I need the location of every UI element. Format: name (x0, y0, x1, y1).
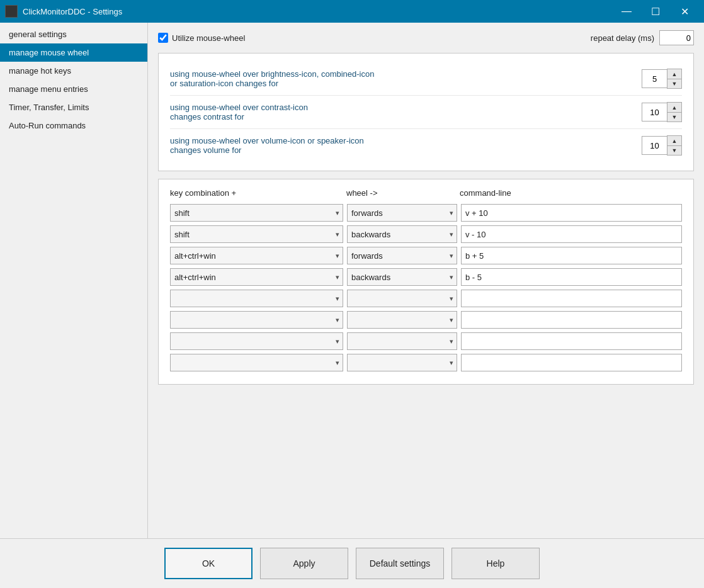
repeat-delay-group: repeat delay (ms) (591, 30, 694, 45)
key-combo-select-6[interactable]: shiftalt+ctrl+winctrlaltwin (170, 332, 343, 350)
combo-row-3: shiftalt+ctrl+winctrlaltwinforwardsbackw… (170, 268, 682, 286)
cmd-input-7[interactable] (461, 354, 682, 371)
title-bar: ClickMonitorDDC - Settings — ☐ ✕ (0, 0, 704, 23)
spinbox-volume-setting: ▲▼ (642, 135, 682, 155)
app-icon (5, 5, 18, 18)
cmd-input-2[interactable] (461, 247, 682, 264)
cmd-input-6[interactable] (461, 332, 682, 350)
spinbox-input-brightness-setting[interactable] (642, 69, 667, 88)
wheel-select-5[interactable]: forwardsbackwards (347, 311, 457, 329)
wheel-select-0[interactable]: forwardsbackwards (347, 204, 457, 222)
combo-row-0: shiftalt+ctrl+winctrlaltwinforwardsbackw… (170, 204, 682, 222)
combo-header-col3: command-line (460, 188, 682, 198)
combo-row-4: shiftalt+ctrl+winctrlaltwinforwardsbackw… (170, 290, 682, 307)
combo-row-7: shiftalt+ctrl+winctrlaltwinforwardsbackw… (170, 354, 682, 371)
spinbox-down-brightness-setting[interactable]: ▼ (667, 79, 681, 88)
wheel-select-7[interactable]: forwardsbackwards (347, 354, 457, 371)
key-combo-select-2[interactable]: shiftalt+ctrl+winctrlaltwin (170, 247, 343, 264)
cmd-input-4[interactable] (461, 290, 682, 307)
sidebar-item-general-settings[interactable]: general settings (0, 25, 147, 43)
spinbox-up-brightness-setting[interactable]: ▲ (667, 69, 681, 79)
spinbox-up-volume-setting[interactable]: ▲ (667, 136, 681, 145)
key-combo-select-4[interactable]: shiftalt+ctrl+winctrlaltwin (170, 290, 343, 307)
spinbox-down-contrast-setting[interactable]: ▼ (667, 112, 681, 122)
utilize-mousewheel-checkbox[interactable] (158, 33, 168, 43)
sidebar-item-timer-transfer-limits[interactable]: Timer, Transfer, Limits (0, 98, 147, 116)
setting-row-brightness-setting: using mouse-wheel over brightness-icon, … (170, 62, 682, 95)
setting-row-volume-setting: using mouse-wheel over volume-icon or sp… (170, 128, 682, 162)
repeat-delay-input[interactable] (659, 30, 694, 45)
spinbox-up-contrast-setting[interactable]: ▲ (667, 103, 681, 112)
combo-header-col1: key combination + (170, 188, 346, 198)
content-area: general settingsmanage mouse wheelmanage… (0, 23, 704, 538)
default-settings-button[interactable]: Default settings (356, 548, 444, 579)
title-bar-text: ClickMonitorDDC - Settings (23, 7, 612, 16)
apply-button[interactable]: Apply (260, 548, 348, 579)
right-panel: Utilize mouse-wheel repeat delay (ms) us… (148, 23, 704, 538)
close-button[interactable]: ✕ (670, 0, 699, 23)
sidebar-item-auto-run-commands[interactable]: Auto-Run commands (0, 116, 147, 135)
wheel-select-2[interactable]: forwardsbackwards (347, 247, 457, 264)
key-combo-select-1[interactable]: shiftalt+ctrl+winctrlaltwin (170, 225, 343, 243)
help-button[interactable]: Help (451, 548, 540, 579)
utilize-mousewheel-label[interactable]: Utilize mouse-wheel (158, 33, 245, 43)
wheel-select-4[interactable]: forwardsbackwards (347, 290, 457, 307)
repeat-delay-label: repeat delay (ms) (591, 33, 654, 43)
cmd-input-0[interactable] (461, 204, 682, 222)
top-bar: Utilize mouse-wheel repeat delay (ms) (158, 30, 694, 45)
sidebar-item-manage-menu-entries[interactable]: manage menu entries (0, 80, 147, 98)
key-combo-select-7[interactable]: shiftalt+ctrl+winctrlaltwin (170, 354, 343, 371)
maximize-button[interactable]: ☐ (641, 0, 670, 23)
setting-row-contrast-setting: using mouse-wheel over contrast-icon cha… (170, 95, 682, 128)
cmd-input-5[interactable] (461, 311, 682, 329)
setting-label-volume-setting: using mouse-wheel over volume-icon or sp… (170, 136, 642, 155)
spinbox-input-volume-setting[interactable] (642, 136, 667, 155)
sidebar: general settingsmanage mouse wheelmanage… (0, 23, 148, 538)
ok-button[interactable]: OK (164, 548, 253, 579)
spinbox-down-volume-setting[interactable]: ▼ (667, 145, 681, 155)
sidebar-item-manage-hot-keys[interactable]: manage hot keys (0, 62, 147, 80)
setting-label-brightness-setting: using mouse-wheel over brightness-icon, … (170, 69, 642, 88)
footer: OK Apply Default settings Help (0, 538, 704, 588)
sidebar-item-manage-mouse-wheel[interactable]: manage mouse wheel (0, 43, 147, 62)
combo-header-col2: wheel -> (346, 188, 460, 198)
minimize-button[interactable]: — (612, 0, 641, 23)
cmd-input-1[interactable] (461, 225, 682, 243)
key-combo-select-3[interactable]: shiftalt+ctrl+winctrlaltwin (170, 268, 343, 286)
spinbox-contrast-setting: ▲▼ (642, 102, 682, 122)
combo-row-1: shiftalt+ctrl+winctrlaltwinforwardsbackw… (170, 225, 682, 243)
combo-header: key combination + wheel -> command-line (170, 188, 682, 198)
wheel-select-6[interactable]: forwardsbackwards (347, 332, 457, 350)
main-layout: general settingsmanage mouse wheelmanage… (0, 23, 704, 588)
utilize-mousewheel-text: Utilize mouse-wheel (172, 33, 245, 43)
cmd-input-3[interactable] (461, 268, 682, 286)
title-bar-controls: — ☐ ✕ (612, 0, 699, 23)
combo-row-2: shiftalt+ctrl+winctrlaltwinforwardsbackw… (170, 247, 682, 264)
key-combo-select-5[interactable]: shiftalt+ctrl+winctrlaltwin (170, 311, 343, 329)
spinbox-input-contrast-setting[interactable] (642, 103, 667, 122)
wheel-select-3[interactable]: forwardsbackwards (347, 268, 457, 286)
setting-label-contrast-setting: using mouse-wheel over contrast-icon cha… (170, 103, 642, 122)
spinbox-brightness-setting: ▲▼ (642, 69, 682, 89)
combo-row-6: shiftalt+ctrl+winctrlaltwinforwardsbackw… (170, 332, 682, 350)
combo-row-5: shiftalt+ctrl+winctrlaltwinforwardsbackw… (170, 311, 682, 329)
key-combo-select-0[interactable]: shiftalt+ctrl+winctrlaltwin (170, 204, 343, 222)
combo-section: key combination + wheel -> command-line … (158, 179, 694, 385)
settings-section: using mouse-wheel over brightness-icon, … (158, 53, 694, 171)
wheel-select-1[interactable]: forwardsbackwards (347, 225, 457, 243)
